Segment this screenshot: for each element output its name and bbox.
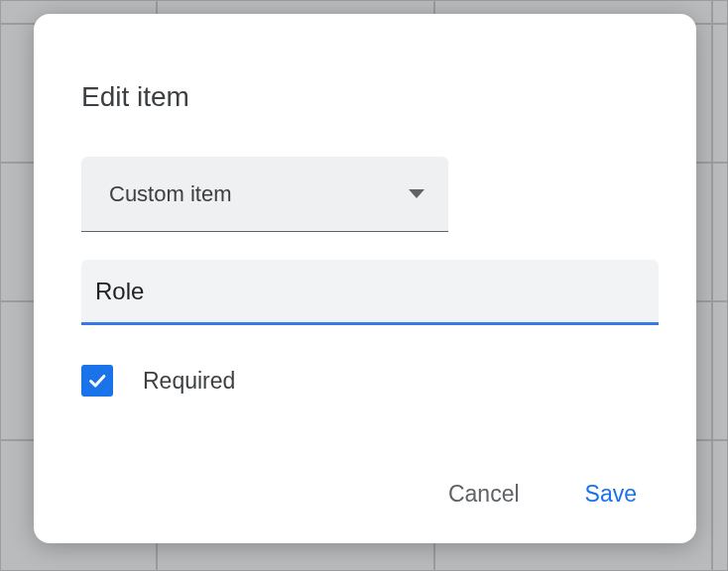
- required-checkbox[interactable]: [81, 365, 113, 397]
- edit-item-dialog: Edit item Custom item Role Required Canc…: [34, 14, 696, 543]
- checkmark-icon: [86, 370, 108, 392]
- item-type-select-value: Custom item: [109, 181, 231, 207]
- cancel-button[interactable]: Cancel: [440, 475, 528, 514]
- dialog-title: Edit item: [81, 81, 649, 113]
- required-checkbox-label: Required: [143, 368, 235, 395]
- save-button[interactable]: Save: [577, 475, 645, 514]
- item-name-input[interactable]: Role: [81, 260, 659, 325]
- dialog-button-row: Cancel Save: [440, 475, 645, 514]
- chevron-down-icon: [409, 189, 425, 198]
- required-checkbox-row: Required: [81, 365, 649, 397]
- item-name-input-value: Role: [95, 278, 144, 305]
- item-type-select[interactable]: Custom item: [81, 157, 448, 232]
